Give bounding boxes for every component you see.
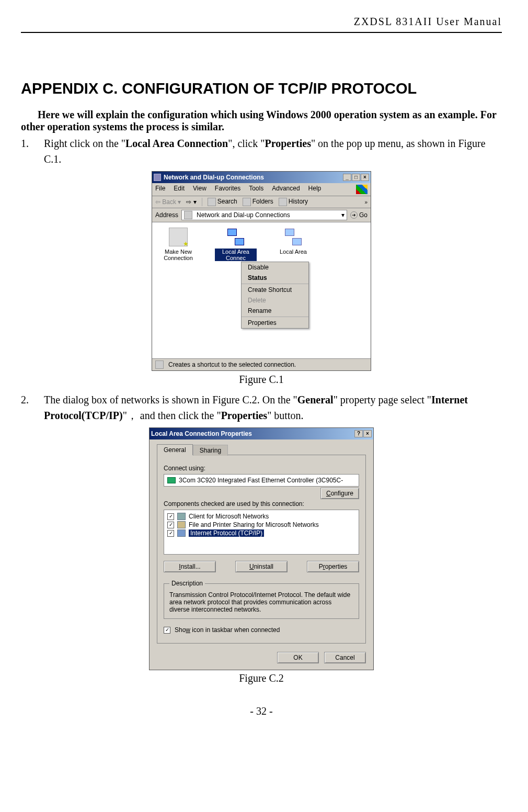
component-tcpip[interactable]: ✓ Internet Protocol (TCP/IP) [166, 529, 357, 537]
ctx-properties[interactable]: Properties [242, 318, 308, 328]
install-button[interactable]: Install... [164, 561, 216, 572]
ctx-rename[interactable]: Rename [242, 306, 308, 316]
tab-panel-general: Connect using: 3Com 3C920 Integrated Fas… [157, 455, 366, 644]
dialog-titlebar: Local Area Connection Properties ? × [150, 428, 373, 439]
address-input[interactable]: Network and Dial-up Connections ▾ [181, 210, 347, 220]
folders-button[interactable]: Folders [243, 198, 273, 206]
component-client[interactable]: ✓ Client for Microsoft Networks [166, 512, 357, 521]
checkbox-icon[interactable]: ✓ [167, 522, 174, 528]
page-number: - 32 - [21, 705, 502, 717]
toolbar-overflow-icon[interactable]: » [364, 199, 368, 205]
component-file-print[interactable]: ✓ File and Printer Sharing for Microsoft… [166, 521, 357, 529]
ok-button[interactable]: OK [277, 652, 319, 663]
make-new-connection-icon[interactable]: Make New Connection [157, 228, 199, 261]
checkbox-icon[interactable]: ✓ [167, 530, 174, 537]
dialog-tabs: General Sharing [157, 444, 366, 455]
address-icon [184, 211, 192, 219]
local-area-connection-selected[interactable]: Local Area Connec [215, 228, 257, 261]
history-button[interactable]: History [279, 198, 308, 206]
search-icon [208, 198, 216, 206]
protocol-icon [177, 529, 186, 537]
search-button[interactable]: Search [208, 198, 237, 206]
window-title: Network and Dial-up Connections [164, 174, 264, 181]
back-button[interactable]: ⇦ Back ▾ [155, 198, 181, 206]
dialog-title: Local Area Connection Properties [151, 430, 252, 437]
properties-button[interactable]: Properties [307, 561, 359, 572]
figure-c2-dialog: Local Area Connection Properties ? × Gen… [149, 427, 374, 670]
address-bar: Address Network and Dial-up Connections … [152, 208, 371, 222]
help-button[interactable]: ? [354, 430, 363, 437]
uninstall-button[interactable]: Uninstall [235, 561, 288, 572]
figure-c1-caption: Figure C.1 [21, 374, 502, 386]
close-button[interactable]: × [361, 174, 369, 181]
menu-edit[interactable]: Edit [174, 185, 185, 194]
network-icon [284, 228, 303, 246]
toolbar: ⇦ Back ▾ ⇨ ▾ Search Folders History » [152, 196, 371, 208]
folders-icon [243, 198, 251, 206]
components-list[interactable]: ✓ Client for Microsoft Networks ✓ File a… [164, 510, 359, 555]
toolbar-separator [202, 198, 202, 206]
history-icon [279, 198, 287, 206]
appendix-heading: APPENDIX C. CONFIGURATION OF TCP/IP PROT… [21, 80, 502, 97]
window-titlebar: Network and Dial-up Connections _ □ × [152, 172, 371, 183]
menu-file[interactable]: File [155, 185, 165, 194]
tab-sharing[interactable]: Sharing [193, 445, 228, 456]
ctx-status[interactable]: Status [242, 273, 308, 283]
ctx-disable[interactable]: Disable [242, 262, 308, 273]
minimize-button[interactable]: _ [343, 174, 351, 181]
forward-button[interactable]: ⇨ ▾ [186, 198, 196, 206]
network-icon [226, 228, 245, 246]
client-icon [177, 513, 186, 520]
cancel-button[interactable]: Cancel [324, 652, 366, 663]
connect-using-label: Connect using: [164, 465, 359, 472]
wizard-icon [169, 228, 188, 246]
context-menu: Disable Status Create Shortcut Delete Re… [241, 262, 309, 329]
nic-field: 3Com 3C920 Integrated Fast Ethernet Cont… [164, 474, 359, 487]
step-2-num: 2. [21, 392, 44, 423]
figure-c1-window: Network and Dial-up Connections _ □ × Fi… [152, 171, 371, 371]
ctx-create-shortcut[interactable]: Create Shortcut [242, 285, 308, 295]
menu-tools[interactable]: Tools [249, 185, 263, 194]
go-icon: ➜ [350, 211, 358, 219]
window-client-area: Make New Connection Local Area Connec Lo… [152, 222, 371, 358]
show-icon-checkbox[interactable]: ✓ [164, 627, 170, 634]
window-icon [154, 174, 161, 181]
intro-paragraph: Here we will explain the configuration w… [21, 109, 502, 133]
status-icon [155, 360, 164, 369]
components-label: Components checked are used by this conn… [164, 500, 359, 508]
description-legend: Description [169, 580, 205, 587]
menu-help[interactable]: Help [308, 185, 322, 194]
windows-logo-icon [356, 185, 368, 194]
go-button[interactable]: ➜Go [350, 211, 368, 219]
doc-header: ZXDSL 831AII User Manual [21, 16, 502, 33]
show-icon-label: Show icon in taskbar when connected [175, 626, 280, 634]
nic-icon [167, 477, 176, 483]
local-area-connection-2[interactable]: Local Area [272, 228, 314, 261]
menu-view[interactable]: View [193, 185, 206, 194]
figure-c2-caption: Figure C.2 [21, 672, 502, 684]
printer-icon [177, 521, 186, 528]
tab-general[interactable]: General [157, 444, 193, 455]
address-label: Address [155, 211, 178, 219]
configure-button[interactable]: Configure [320, 488, 359, 499]
menu-favorites[interactable]: Favorites [215, 185, 240, 194]
menu-advanced[interactable]: Advanced [272, 185, 300, 194]
description-group: Description Transmission Control Protoco… [164, 580, 359, 619]
ctx-delete: Delete [242, 295, 308, 306]
status-bar: Creates a shortcut to the selected conne… [152, 358, 371, 370]
menu-bar: File Edit View Favorites Tools Advanced … [152, 183, 371, 196]
step-1-num: 1. [21, 136, 44, 167]
step-1: 1. Right click on the "Local Area Connec… [21, 136, 502, 167]
maximize-button[interactable]: □ [352, 174, 360, 181]
description-text: Transmission Control Protocol/Internet P… [169, 591, 353, 613]
step-2: 2. The dialog box of networks is shown i… [21, 392, 502, 423]
address-dropdown-icon[interactable]: ▾ [341, 211, 345, 219]
close-button[interactable]: × [363, 430, 372, 437]
checkbox-icon[interactable]: ✓ [167, 513, 174, 520]
